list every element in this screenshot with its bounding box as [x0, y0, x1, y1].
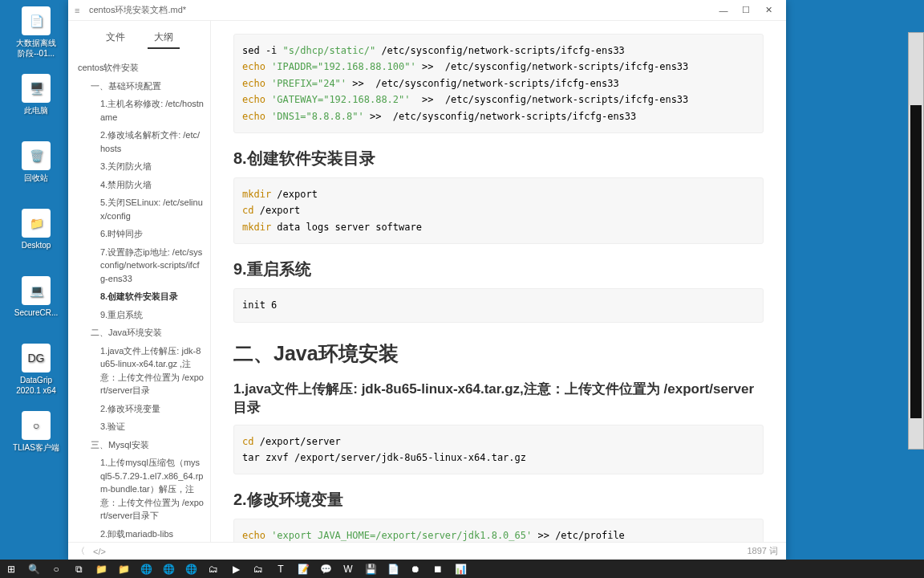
taskbar-item[interactable]: 📄	[382, 560, 404, 578]
desktop-icon[interactable]: ○TLIAS客户端	[12, 411, 60, 453]
desktop-icon[interactable]: DGDataGrip2020.1 x64	[12, 344, 60, 396]
tab-outline[interactable]: 大纲	[148, 27, 180, 49]
code-block-tar: cd /export/server tar zxvf /export/serve…	[233, 425, 764, 475]
outline-item[interactable]: 7.设置静态ip地址: /etc/sysconfig/network-scrip…	[68, 243, 210, 288]
taskbar-item[interactable]: 🌐	[180, 560, 202, 578]
source-toggle[interactable]: </>	[93, 547, 106, 556]
outline-item[interactable]: 二、Java环境安装	[68, 324, 210, 342]
taskbar-item[interactable]: ⏹	[427, 560, 449, 578]
back-icon[interactable]: 〈	[76, 545, 85, 557]
outline-item[interactable]: 6.时钟同步	[68, 225, 210, 243]
heading-restart: 9.重启系统	[233, 258, 764, 280]
maximize-button[interactable]: ☐	[735, 2, 757, 19]
sidebar: 文件 大纲 centos软件安装一、基础环境配置1.主机名称修改: /etc/h…	[68, 21, 211, 542]
code-block-profile: echo 'export JAVA_HOME=/export/server/jd…	[233, 519, 764, 542]
taskbar-item[interactable]: 🌐	[157, 560, 180, 578]
taskbar-item[interactable]: 📁	[90, 560, 112, 578]
desktop-icon[interactable]: 🖥️此电脑	[12, 74, 60, 116]
content-area: sed -i "s/dhcp/static/" /etc/sysconfig/n…	[211, 21, 786, 542]
outline-item[interactable]: centos软件安装	[68, 59, 210, 77]
taskbar-item[interactable]: 🗂	[247, 560, 270, 578]
background-panel	[908, 32, 924, 450]
icon-label: Desktop	[22, 240, 51, 250]
app-icon: 📁	[22, 209, 51, 238]
code-block-init: init 6	[233, 288, 764, 322]
outline-item[interactable]: 9.重启系统	[68, 306, 210, 324]
desktop-icon[interactable]: 📄大数据离线阶段--01...	[12, 6, 60, 59]
taskbar-item[interactable]: 💬	[314, 560, 337, 578]
taskbar-item[interactable]: ▶	[225, 560, 247, 578]
desktop: 📄大数据离线阶段--01...🖥️此电脑🗑️回收站📁Desktop💻Secure…	[0, 0, 924, 560]
app-icon: 📄	[22, 6, 51, 35]
outline-item[interactable]: 1.上传mysql压缩包（mysql5-5.7.29-1.el7.x86_64.…	[68, 454, 210, 525]
app-icon: DG	[22, 344, 51, 372]
taskbar-item[interactable]: ⏺	[404, 560, 427, 578]
word-count: 1897 词	[747, 545, 778, 557]
app-icon: 🖥️	[22, 74, 51, 103]
taskbar-item[interactable]: 🔍	[22, 560, 45, 578]
outline-item[interactable]: 3.验证	[68, 417, 210, 436]
taskbar-item[interactable]: ⊞	[0, 560, 22, 578]
outline-item[interactable]: 8.创建软件安装目录	[68, 287, 210, 306]
minimize-button[interactable]: —	[712, 2, 735, 19]
heading-java-env: 二、Java环境安装	[233, 340, 764, 367]
code-block-network: sed -i "s/dhcp/static/" /etc/sysconfig/n…	[233, 34, 764, 133]
code-block-mkdir: mkdir /export cd /export mkdir data logs…	[233, 177, 764, 244]
taskbar: ⊞🔍○⧉📁📁🌐🌐🌐🗂▶🗂T📝💬W💾📄⏺⏹📊	[0, 560, 924, 578]
icon-label: 大数据离线阶段--01...	[16, 38, 56, 59]
taskbar-item[interactable]: 🌐	[135, 560, 157, 578]
heading-create-dir: 8.创建软件安装目录	[233, 148, 764, 169]
icon-label: 此电脑	[24, 105, 48, 116]
taskbar-item[interactable]: 🗂	[202, 560, 225, 578]
outline-item[interactable]: 2.修改域名解析文件: /etc/hosts	[68, 126, 210, 157]
icon-label: TLIAS客户端	[13, 442, 59, 453]
taskbar-item[interactable]: 📝	[292, 560, 314, 578]
outline-item[interactable]: 3.关闭防火墙	[68, 157, 210, 176]
taskbar-item[interactable]: 📁	[112, 560, 135, 578]
status-bar: 〈 </> 1897 词	[68, 542, 786, 560]
outline-item[interactable]: 1.java文件上传解压: jdk-8u65-linux-x64.tar.gz …	[68, 342, 210, 400]
heading-env-vars: 2.修改环境变量	[233, 489, 764, 511]
outline-list: centos软件安装一、基础环境配置1.主机名称修改: /etc/hostnam…	[68, 55, 210, 542]
outline-item[interactable]: 2.修改环境变量	[68, 400, 210, 418]
editor-window: ≡ centos环境安装文档.md* — ☐ ✕ 文件 大纲 centos软件安…	[68, 0, 786, 560]
icon-label: 回收站	[24, 173, 48, 183]
taskbar-item[interactable]: 💾	[359, 560, 382, 578]
app-icon: ○	[22, 411, 51, 440]
outline-item[interactable]: 一、基础环境配置	[68, 77, 210, 96]
desktop-icon[interactable]: 📁Desktop	[12, 209, 60, 250]
taskbar-item[interactable]: 📊	[449, 560, 472, 578]
heading-java-upload: 1.java文件上传解压: jdk-8u65-linux-x64.tar.gz,…	[233, 380, 764, 417]
taskbar-item[interactable]: ○	[45, 560, 67, 578]
tab-file[interactable]: 文件	[99, 27, 132, 49]
outline-item[interactable]: 三、Mysql安装	[68, 436, 210, 454]
desktop-icon[interactable]: 🗑️回收站	[12, 141, 60, 183]
outline-item[interactable]: 5.关闭SELinux: /etc/selinux/config	[68, 193, 210, 225]
app-icon: 💻	[22, 276, 51, 305]
taskbar-item[interactable]: ⧉	[67, 560, 90, 578]
outline-item[interactable]: 1.主机名称修改: /etc/hostname	[68, 95, 210, 126]
taskbar-item[interactable]: W	[337, 560, 359, 578]
icon-label: SecureCR...	[14, 307, 58, 318]
taskbar-item[interactable]: T	[270, 560, 292, 578]
icon-label: DataGrip2020.1 x64	[16, 375, 56, 396]
desktop-icon[interactable]: 💻SecureCR...	[12, 276, 60, 318]
title-bar: ≡ centos环境安装文档.md* — ☐ ✕	[68, 0, 786, 21]
document-icon: ≡	[75, 6, 84, 15]
close-button[interactable]: ✕	[757, 2, 780, 19]
window-title: centos环境安装文档.md*	[89, 4, 712, 16]
app-icon: 🗑️	[22, 141, 51, 170]
outline-item[interactable]: 4.禁用防火墙	[68, 176, 210, 194]
outline-item[interactable]: 2.卸载mariadb-libs	[68, 525, 210, 543]
